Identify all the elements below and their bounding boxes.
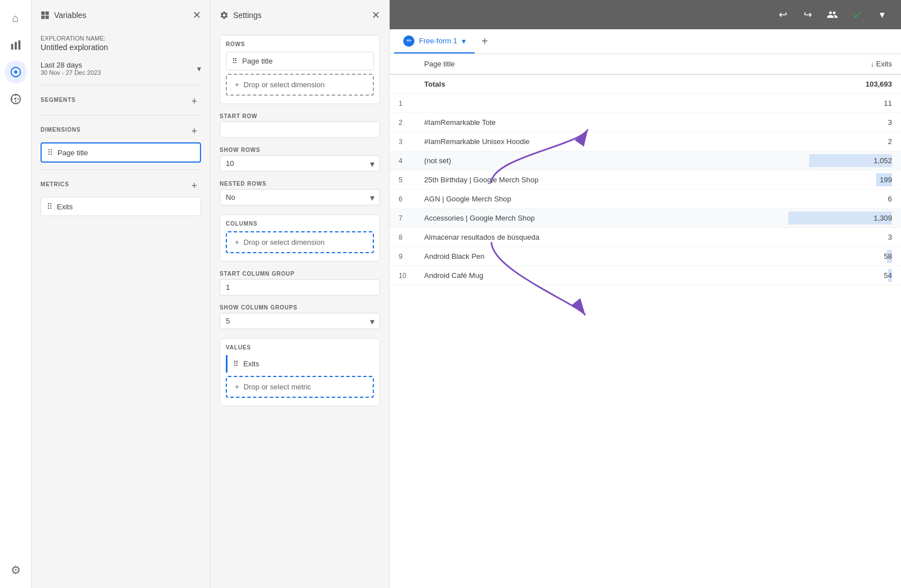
- tab-bar: ✏ Free-form 1 ▾ +: [390, 29, 901, 54]
- row-page: #IamRemarkable Tote: [415, 113, 779, 132]
- undo-button[interactable]: ↩: [773, 5, 793, 25]
- plus-icon-values: +: [235, 383, 239, 391]
- divider-3: [41, 169, 201, 170]
- row-num: 1: [390, 94, 415, 113]
- row-num: 9: [390, 247, 415, 266]
- table-row: 6 AGN | Google Merch Shop 6: [390, 190, 901, 209]
- plus-icon-rows: +: [235, 80, 239, 89]
- metrics-label: METRICS: [41, 181, 69, 187]
- row-page: Android Black Pen: [415, 247, 779, 266]
- home-icon[interactable]: ⌂: [5, 7, 27, 29]
- row-page: Accessories | Google Merch Shop: [415, 209, 779, 228]
- date-range-section: Last 28 days 30 Nov - 27 Dec 2023 ▾: [32, 56, 210, 80]
- dimension-label: Page title: [57, 149, 88, 157]
- columns-drop-label: Drop or select dimension: [244, 238, 325, 246]
- segment-icon[interactable]: [5, 88, 27, 110]
- show-rows-select[interactable]: 10 5 25 50 100: [220, 155, 380, 172]
- nested-rows-field: NESTED ROWS No Yes: [220, 181, 380, 205]
- explore-icon[interactable]: [5, 61, 27, 83]
- tab-label: Free-form 1: [419, 37, 457, 45]
- metric-exits[interactable]: ⠿ Exits: [41, 197, 201, 216]
- row-exits: 1,309: [779, 209, 901, 228]
- show-column-groups-field: SHOW COLUMN GROUPS 5 1 2 3 4 10: [220, 304, 380, 329]
- add-metric-button[interactable]: +: [188, 179, 201, 192]
- nested-rows-select[interactable]: No Yes: [220, 189, 380, 205]
- date-range-chevron-icon[interactable]: ▾: [197, 64, 201, 73]
- col-exits[interactable]: ↓ Exits: [779, 54, 901, 74]
- row-num: 2: [390, 113, 415, 132]
- row-page: [415, 94, 779, 113]
- exploration-name-section: EXPLORATION NAME: Untitled exploration: [32, 30, 210, 56]
- show-column-groups-select[interactable]: 5 1 2 3 4 10: [220, 313, 380, 329]
- add-dimension-button[interactable]: +: [188, 124, 201, 138]
- row-page: Almacenar resultados de búsqueda: [415, 228, 779, 247]
- values-exits-item[interactable]: ⠿ Exits: [226, 355, 374, 372]
- svg-rect-0: [11, 44, 13, 50]
- settings-title: Settings: [220, 11, 262, 20]
- start-column-group-label: START COLUMN GROUP: [220, 271, 380, 277]
- totals-label: Totals: [415, 74, 779, 94]
- redo-button[interactable]: ↪: [797, 5, 818, 25]
- grid-icon-metric: ⠿: [47, 202, 52, 211]
- main-content: ↩ ↪ ▾ ✏ Free-form 1 ▾ + Page title: [390, 0, 901, 588]
- share-button[interactable]: [822, 5, 842, 25]
- variables-panel: Variables ✕ EXPLORATION NAME: Untitled e…: [32, 0, 211, 588]
- rows-drop-dimension[interactable]: + Drop or select dimension: [226, 74, 374, 96]
- row-exits: 2: [779, 132, 901, 151]
- row-exits: 3: [779, 113, 901, 132]
- metric-label: Exits: [57, 203, 73, 211]
- date-range-sub: 30 Nov - 27 Dec 2023: [41, 69, 101, 76]
- values-section: VALUES ⠿ Exits + Drop or select metric: [220, 338, 380, 406]
- row-num: 4: [390, 151, 415, 170]
- values-drop-metric[interactable]: + Drop or select metric: [226, 376, 374, 398]
- totals-row: Totals 103,693: [390, 74, 901, 94]
- add-segment-button[interactable]: +: [188, 95, 201, 108]
- table-row: 2 #IamRemarkable Tote 3: [390, 113, 901, 132]
- rows-drop-label: Drop or select dimension: [244, 80, 325, 89]
- variables-close-button[interactable]: ✕: [193, 9, 201, 21]
- rows-page-title-label: Page title: [242, 57, 273, 65]
- tab-free-form-1[interactable]: ✏ Free-form 1 ▾: [394, 30, 475, 53]
- row-exits: 6: [779, 190, 901, 209]
- row-exits: 54: [779, 266, 901, 285]
- settings-close-button[interactable]: ✕: [372, 9, 380, 21]
- svg-rect-8: [41, 16, 44, 19]
- more-button[interactable]: ▾: [872, 5, 892, 25]
- start-row-label: START ROW: [220, 113, 380, 119]
- settings-panel: Settings ✕ ROWS ⠿ Page title + Drop or s…: [211, 0, 390, 588]
- add-tab-button[interactable]: +: [475, 29, 495, 53]
- table-container: Page title ↓ Exits Totals 103,693 1 11: [390, 54, 901, 588]
- dimensions-label: DIMENSIONS: [41, 127, 81, 133]
- start-column-group-input[interactable]: [220, 279, 380, 295]
- table-row: 4 (not set) 1,052: [390, 151, 901, 170]
- check-button[interactable]: [847, 5, 867, 25]
- row-exits: 1,052: [779, 151, 901, 170]
- table-row: 8 Almacenar resultados de búsqueda 3: [390, 228, 901, 247]
- show-column-groups-label: SHOW COLUMN GROUPS: [220, 304, 380, 311]
- bar-chart-icon[interactable]: [5, 34, 27, 56]
- start-column-group-field: START COLUMN GROUP: [220, 271, 380, 295]
- rows-page-title-item[interactable]: ⠿ Page title: [226, 52, 374, 70]
- grid-icon-exits: ⠿: [233, 360, 239, 368]
- date-range-label: Last 28 days: [41, 61, 101, 69]
- dimension-page-title[interactable]: ⠿ Page title: [41, 142, 201, 163]
- table-row: 7 Accessories | Google Merch Shop 1,309: [390, 209, 901, 228]
- row-exits: 199: [779, 170, 901, 190]
- settings-icon[interactable]: ⚙: [5, 559, 27, 581]
- col-page-title[interactable]: Page title: [415, 54, 779, 74]
- columns-drop-dimension[interactable]: + Drop or select dimension: [226, 231, 374, 253]
- metrics-section-header: METRICS +: [32, 174, 210, 195]
- grid-icon: ⠿: [47, 148, 53, 157]
- row-exits: 58: [779, 247, 901, 266]
- left-nav: ⌂ ⚙: [0, 0, 32, 588]
- divider-1: [41, 85, 201, 86]
- rows-section: ROWS ⠿ Page title + Drop or select dimen…: [220, 35, 380, 104]
- row-page: 25th Birthday | Google Merch Shop: [415, 170, 779, 190]
- table-row: 9 Android Black Pen 58: [390, 247, 901, 266]
- values-label: VALUES: [226, 344, 374, 351]
- tab-chevron-icon[interactable]: ▾: [462, 37, 466, 46]
- start-row-input[interactable]: [220, 122, 380, 138]
- row-page: Android Café Mug: [415, 266, 779, 285]
- row-num: 7: [390, 209, 415, 228]
- variables-title: Variables: [41, 11, 86, 20]
